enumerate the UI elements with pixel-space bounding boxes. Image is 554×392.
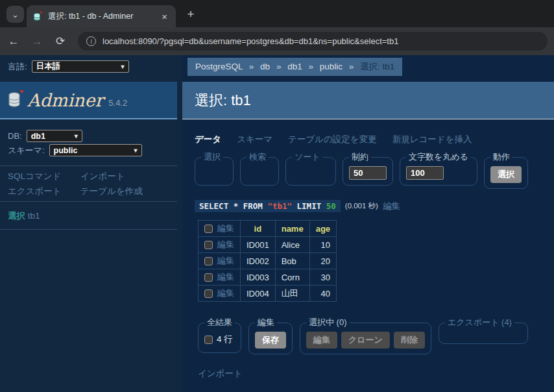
row-checkbox[interactable] (204, 273, 213, 282)
sort-legend[interactable]: ソート (292, 151, 323, 163)
breadcrumb-postgresql[interactable]: PostgreSQL (195, 62, 243, 71)
adminer-logo-icon: ❞ (8, 90, 25, 110)
row-checkbox[interactable] (204, 241, 213, 249)
breadcrumb-separator: » (308, 62, 313, 71)
sidebar-item-table-tb1[interactable]: tb1 (28, 211, 40, 221)
truncate-fieldset: 文字数を丸める (400, 151, 477, 186)
new-tab-button[interactable]: + (182, 6, 199, 23)
filter-fieldsets: 選択 検索 ソート 制約 文字数を丸める (195, 151, 528, 189)
schema-select-row: スキーマ: public ▾ (8, 144, 142, 156)
column-header-age[interactable]: age (309, 221, 336, 237)
export-fieldset: エクスポート (4) (439, 317, 528, 344)
sql-limit-value: 50 (326, 201, 336, 211)
schema-select[interactable]: public ▾ (49, 144, 142, 156)
edit-row-link[interactable]: 編集 (217, 255, 234, 267)
divider (0, 165, 177, 166)
forward-icon[interactable]: → (27, 35, 47, 48)
browser-toolbar: ← → ⟳ i localhost:8090/?pgsql=db&usernam… (0, 27, 554, 55)
select-action-label: 選択 (8, 211, 25, 221)
reload-icon[interactable]: ⟳ (51, 34, 70, 48)
cell-id: ID004 (241, 286, 276, 302)
edit-row-link[interactable]: 編集 (217, 239, 234, 251)
table-row: 編集 ID003 Corn 30 (199, 269, 337, 286)
limit-input[interactable] (349, 166, 387, 180)
back-icon[interactable]: ← (4, 35, 23, 48)
sql-star: * (234, 201, 239, 211)
import-link[interactable]: インポート (198, 368, 243, 380)
sidebar-item-sql-command[interactable]: SQLコマンド (8, 171, 80, 182)
sidebar: 言語: 日本語 ▾ ❞ Adminer 5.4.2 DB: (0, 55, 182, 392)
breadcrumb-separator: » (276, 62, 282, 71)
limit-fieldset: 制約 (343, 151, 393, 186)
db-select[interactable]: db1 ▾ (27, 130, 82, 142)
select-all-checkbox[interactable] (204, 225, 213, 233)
sql-keyword: LIMIT (297, 201, 322, 211)
tab-insert-record[interactable]: 新規レコードを挿入 (392, 134, 472, 145)
selected-fieldset: 選択中 (0) 編集 クローン 削除 (300, 317, 431, 354)
cell-age: 20 (309, 253, 336, 269)
sidebar-item-export[interactable]: エクスポート (8, 186, 80, 197)
breadcrumb-server[interactable]: db (260, 62, 270, 71)
db-label: DB: (8, 131, 22, 141)
select-columns-legend[interactable]: 選択 (201, 151, 223, 163)
select-button[interactable]: 選択 (490, 166, 522, 183)
breadcrumb-schema[interactable]: public (320, 62, 343, 71)
edit-query-link[interactable]: 編集 (383, 201, 400, 212)
tab-alter-table[interactable]: テーブルの設定を変更 (288, 134, 377, 145)
cell-age: 40 (309, 286, 336, 302)
url-text: localhost:8090/?pgsql=db&username=postgr… (102, 36, 398, 46)
chevron-down-icon: ⌄ (12, 10, 19, 19)
schema-label: スキーマ: (8, 145, 45, 156)
query-time: (0.001 秒) (345, 201, 378, 211)
row-count: 4 行 (217, 334, 233, 345)
page-body: 言語: 日本語 ▾ ❞ Adminer 5.4.2 DB: (0, 55, 554, 392)
cell-id: ID001 (241, 237, 276, 253)
page-title: 選択: tb1 (195, 91, 251, 110)
breadcrumb-separator: » (349, 62, 354, 71)
svg-text:❞: ❞ (40, 11, 42, 16)
breadcrumb-separator: » (249, 62, 254, 71)
truncate-input[interactable] (406, 166, 444, 180)
svg-text:❞: ❞ (19, 90, 23, 97)
tab-search-button[interactable]: ⌄ (6, 6, 24, 23)
edit-fieldset: 編集 保存 (248, 317, 293, 354)
edit-row-link[interactable]: 編集 (217, 288, 234, 299)
edit-selected-button[interactable]: 編集 (306, 332, 337, 349)
tab-schema[interactable]: スキーマ (237, 134, 272, 145)
row-checkbox[interactable] (204, 257, 213, 265)
whole-result-fieldset: 全結果 4 行 (198, 317, 241, 353)
sidebar-item-create-table[interactable]: テーブルを作成 (80, 186, 143, 197)
column-header-name[interactable]: name (275, 221, 309, 237)
cell-name: Corn (275, 269, 309, 286)
whole-result-legend: 全結果 (204, 317, 235, 328)
language-row: 言語: 日本語 ▾ (8, 60, 129, 73)
breadcrumb-current: 選択: tb1 (360, 62, 394, 71)
cell-age: 30 (309, 269, 336, 286)
result-table: 編集 id name age 編集 ID001 Alice 10 編集 ID00… (198, 220, 337, 302)
site-info-icon[interactable]: i (86, 36, 96, 46)
select-columns-body (201, 166, 227, 180)
breadcrumb-database[interactable]: db1 (287, 62, 302, 71)
browser-tab[interactable]: ❞ 選択: tb1 - db - Adminer × (27, 5, 176, 27)
browser-tab-strip: ⌄ ❞ 選択: tb1 - db - Adminer × + (0, 0, 554, 27)
export-legend[interactable]: エクスポート (4) (445, 317, 514, 328)
sidebar-links: SQLコマンド インポート エクスポート テーブルを作成 (8, 171, 143, 197)
sidebar-item-import[interactable]: インポート (80, 171, 143, 182)
address-bar[interactable]: i localhost:8090/?pgsql=db&username=post… (78, 32, 548, 51)
tab-close-icon[interactable]: × (160, 11, 169, 22)
language-select[interactable]: 日本語 ▾ (32, 60, 129, 73)
edit-row-link[interactable]: 編集 (217, 271, 234, 283)
tab-data[interactable]: データ (195, 134, 221, 145)
column-header-id[interactable]: id (241, 221, 276, 237)
cell-id: ID003 (241, 269, 276, 286)
edit-all-link[interactable]: 編集 (217, 223, 234, 234)
delete-button[interactable]: 削除 (394, 332, 425, 349)
view-tabs: データ スキーマ テーブルの設定を変更 新規レコードを挿入 (195, 134, 472, 145)
table-row: 編集 ID002 Bob 20 (199, 253, 337, 269)
whole-result-checkbox[interactable] (204, 336, 213, 344)
clone-button[interactable]: クローン (341, 332, 390, 349)
save-button[interactable]: 保存 (255, 332, 286, 349)
row-checkbox[interactable] (204, 289, 213, 298)
table-header-row: 編集 id name age (199, 221, 337, 237)
search-legend[interactable]: 検索 (247, 151, 269, 163)
